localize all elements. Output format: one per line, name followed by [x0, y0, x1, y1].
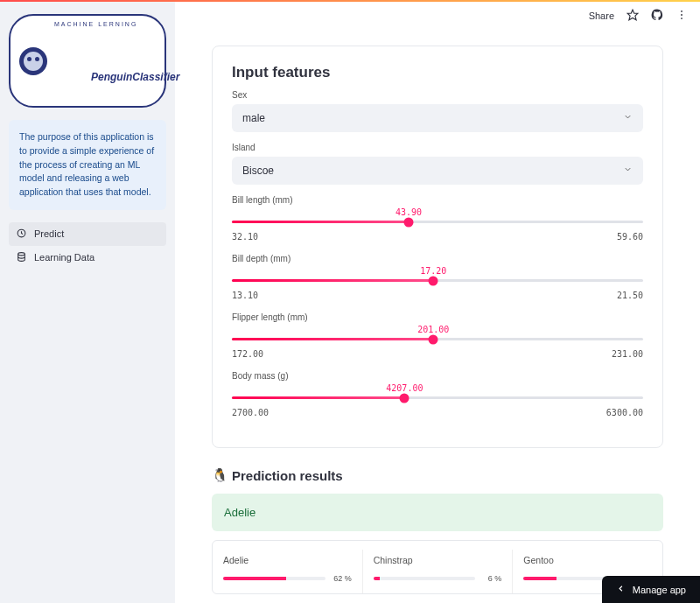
results-section: 🐧Prediction results Adelie Adelie62 %Chi… — [212, 467, 663, 594]
slider-label: Flipper length (mm) — [232, 312, 643, 322]
slider-thumb[interactable] — [429, 334, 438, 344]
logo: MACHINE LERNING PenguinClassifier — [9, 14, 166, 108]
slider-label: Bill depth (mm) — [232, 254, 643, 263]
slider-thumb[interactable] — [429, 276, 438, 285]
slider-track[interactable]: 17.20 — [232, 279, 643, 282]
predicted-species: Adelie — [212, 494, 663, 531]
penguin-icon — [19, 47, 47, 75]
slider-flipper-length-mm-: Flipper length (mm)201.00172.00231.00 — [232, 312, 643, 359]
slider-label: Body mass (g) — [232, 371, 643, 381]
nav-icon — [16, 228, 27, 241]
slider-track[interactable]: 201.00 — [232, 338, 643, 340]
sidebar: MACHINE LERNING PenguinClassifier The pu… — [0, 2, 175, 603]
menu-icon[interactable] — [676, 9, 688, 23]
slider-bill-depth-mm-: Bill depth (mm)17.2013.1021.50 — [232, 254, 643, 300]
slider-label: Bill length (mm) — [232, 195, 643, 205]
input-features-title: Input features — [232, 64, 643, 81]
slider-track[interactable]: 4207.00 — [232, 396, 643, 399]
island-value: Biscoe — [242, 165, 274, 177]
manage-app-button[interactable]: Manage app — [602, 576, 700, 603]
sex-value: male — [242, 112, 265, 124]
sex-label: Sex — [232, 90, 643, 100]
chevron-down-icon — [623, 165, 633, 177]
svg-point-5 — [18, 252, 25, 255]
prob-col-adelie: Adelie62 % — [213, 550, 363, 593]
chevron-left-icon — [616, 584, 626, 595]
slider-min: 2700.00 — [232, 408, 269, 417]
share-link[interactable]: Share — [589, 11, 614, 21]
prob-bar — [374, 577, 476, 580]
prob-value: 62 % — [331, 574, 352, 583]
slider-value: 201.00 — [417, 325, 449, 334]
prob-col-chinstrap: Chinstrap6 % — [363, 550, 514, 593]
sex-select[interactable]: male — [232, 104, 643, 132]
star-icon[interactable] — [626, 9, 639, 23]
slider-max: 21.50 — [617, 291, 643, 300]
slider-thumb[interactable] — [400, 393, 410, 403]
input-features-card: Input features Sex male Island Biscoe Bi… — [212, 46, 663, 448]
island-select[interactable]: Biscoe — [232, 157, 643, 185]
probability-card: Adelie62 %Chinstrap6 %Gentoo32 % — [212, 540, 663, 594]
svg-marker-0 — [627, 10, 638, 20]
top-toolbar: Share — [589, 9, 688, 23]
github-icon[interactable] — [651, 9, 663, 23]
slider-bill-length-mm-: Bill length (mm)43.9032.1059.60 — [232, 195, 643, 242]
slider-max: 6300.00 — [606, 408, 643, 417]
slider-min: 32.10 — [232, 232, 258, 242]
slider-value: 17.20 — [420, 266, 446, 276]
slider-value: 43.90 — [396, 207, 422, 217]
main-content: Input features Sex male Island Biscoe Bi… — [175, 2, 700, 603]
slider-max: 59.60 — [617, 232, 643, 242]
results-title: 🐧Prediction results — [212, 467, 663, 483]
slider-thumb[interactable] — [404, 217, 414, 227]
slider-min: 172.00 — [232, 349, 263, 359]
prob-bar — [223, 577, 326, 580]
slider-min: 13.10 — [232, 291, 258, 300]
prob-label: Chinstrap — [374, 555, 502, 565]
chevron-down-icon — [623, 112, 633, 124]
slider-body-mass-g-: Body mass (g)4207.002700.006300.00 — [232, 371, 643, 417]
nav-item-predict[interactable]: Predict — [9, 222, 166, 246]
nav-item-learning-data[interactable]: Learning Data — [9, 246, 166, 270]
slider-track[interactable]: 43.90 — [232, 221, 643, 223]
slider-max: 231.00 — [612, 349, 643, 359]
svg-point-1 — [681, 11, 682, 12]
nav-label: Learning Data — [34, 252, 94, 263]
prob-label: Adelie — [223, 555, 352, 565]
svg-point-2 — [681, 14, 682, 16]
slider-value: 4207.00 — [386, 383, 423, 393]
island-label: Island — [232, 143, 643, 152]
prob-value: 6 % — [480, 574, 501, 583]
sidebar-description: The purpose of this application is to pr… — [9, 120, 166, 210]
penguin-emoji-icon: 🐧 — [212, 467, 228, 483]
nav-label: Predict — [34, 228, 64, 239]
svg-point-3 — [681, 18, 682, 19]
nav-icon — [16, 251, 27, 264]
prob-label: Gentoo — [523, 555, 652, 565]
